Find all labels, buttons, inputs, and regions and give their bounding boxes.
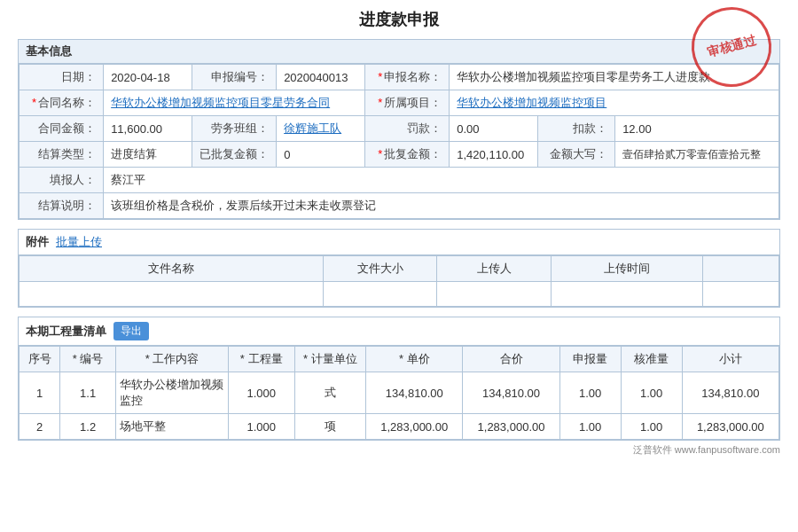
col-actions	[703, 256, 779, 282]
watermark: 泛普软件 www.fanpusoftware.com	[633, 443, 780, 457]
labor-team-label: 劳务班组：	[192, 116, 277, 142]
attachment-label: 附件	[26, 234, 49, 250]
contract-amount-value: 11,600.00	[104, 116, 192, 142]
filler-label: 填报人：	[20, 168, 104, 193]
col-subtotal: 小计	[682, 347, 778, 372]
amount-capital-label: 金额大写：	[537, 142, 615, 168]
col-check-qty: 核准量	[621, 347, 682, 372]
amount-capital-value: 壹佰肆拾贰万零壹佰壹拾元整	[615, 142, 779, 168]
contract-name-label: *合同名称：	[20, 90, 104, 116]
deduct-value: 12.00	[615, 116, 779, 142]
approved-amount-value: 0	[277, 142, 365, 168]
apply-no-value: 2020040013	[277, 65, 365, 90]
filler-value: 蔡江平	[104, 168, 779, 193]
penalty-label: 罚款：	[365, 116, 450, 142]
export-button[interactable]: 导出	[113, 322, 149, 340]
col-code: * 编号	[60, 347, 116, 372]
contract-amount-label: 合同金额：	[20, 116, 104, 142]
page-title: 进度款申报	[18, 9, 780, 30]
settle-type-label: 结算类型：	[20, 142, 104, 168]
works-list-section: 本期工程量清单 导出 序号 * 编号 * 工作内容 * 工程量 * 计量单位 *…	[18, 317, 780, 441]
penalty-value: 0.00	[450, 116, 537, 142]
col-filename: 文件名称	[20, 256, 324, 282]
col-quantity: * 工程量	[228, 347, 294, 372]
col-filesize: 文件大小	[323, 256, 437, 282]
apply-no-label: 申报编号：	[192, 65, 277, 90]
works-list-label: 本期工程量清单	[26, 324, 106, 340]
apply-name-label: *申报名称：	[365, 65, 450, 90]
stamp-text: 审核通过	[705, 32, 757, 61]
contract-name-value[interactable]: 华软办公楼增加视频监控项目零星劳务合同	[104, 90, 365, 116]
col-total: 合价	[463, 347, 559, 372]
attachment-empty-row	[20, 282, 779, 307]
batch-amount-label: *批复金额：	[365, 142, 450, 168]
col-seq: 序号	[20, 347, 60, 372]
works-table: 序号 * 编号 * 工作内容 * 工程量 * 计量单位 * 单价 合价 申报量 …	[19, 346, 779, 440]
table-row: 11.1华软办公楼增加视频监控1.000式134,810.00134,810.0…	[20, 372, 779, 414]
basic-info-table: 日期： 2020-04-18 申报编号： 2020040013 *申报名称： 华…	[19, 64, 779, 219]
belong-project-label: *所属项目：	[365, 90, 450, 116]
settle-note-label: 结算说明：	[20, 193, 104, 219]
settle-note-value: 该班组价格是含税价，发票后续开过未来走收票登记	[104, 193, 779, 219]
labor-team-value[interactable]: 徐辉施工队	[277, 116, 365, 142]
basic-info-header: 基本信息	[19, 40, 779, 64]
col-apply-qty: 申报量	[559, 347, 621, 372]
basic-info-section: 基本信息 日期： 2020-04-18 申报编号： 2020040013 *申报…	[18, 39, 780, 220]
table-row: 21.2场地平整1.000项1,283,000.001,283,000.001.…	[20, 414, 779, 440]
deduct-label: 扣款：	[537, 116, 615, 142]
batch-amount-value: 1,420,110.00	[450, 142, 537, 168]
attachment-table: 文件名称 文件大小 上传人 上传时间	[19, 255, 779, 307]
col-unit-price: * 单价	[366, 347, 463, 372]
col-content: * 工作内容	[116, 347, 229, 372]
settle-type-value: 进度结算	[104, 142, 192, 168]
col-upload-time: 上传时间	[551, 256, 702, 282]
col-uploader: 上传人	[437, 256, 552, 282]
attachment-header: 附件 批量上传	[19, 230, 779, 255]
approved-amount-label: 已批复金额：	[192, 142, 277, 168]
col-unit: * 计量单位	[294, 347, 366, 372]
date-label: 日期：	[20, 65, 104, 90]
works-list-header: 本期工程量清单 导出	[19, 317, 779, 346]
attachment-section: 附件 批量上传 文件名称 文件大小 上传人 上传时间	[18, 229, 780, 308]
date-value: 2020-04-18	[104, 65, 192, 90]
batch-upload-button[interactable]: 批量上传	[56, 234, 102, 250]
belong-project-value[interactable]: 华软办公楼增加视频监控项目	[450, 90, 779, 116]
